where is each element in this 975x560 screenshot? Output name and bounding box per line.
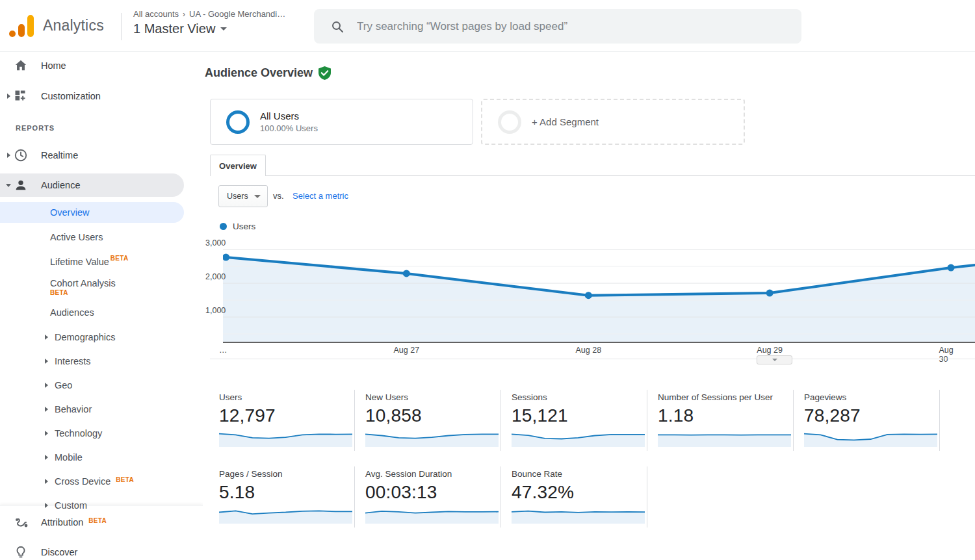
chart-legend: Users bbox=[220, 222, 255, 231]
metric-card-pageviews: Pageviews78,287 bbox=[794, 390, 940, 451]
chevron-right-icon bbox=[43, 383, 49, 388]
x-axis-tick-label: Aug 30 bbox=[939, 346, 963, 364]
legend-label: Users bbox=[233, 222, 255, 231]
sidebar-item-cross-device[interactable]: Cross DeviceBETA bbox=[0, 469, 203, 493]
sidebar-active-pill bbox=[0, 202, 184, 223]
metric-sparkline bbox=[365, 427, 499, 447]
sidebar-item-mobile[interactable]: Mobile bbox=[0, 445, 203, 469]
metric-card-sessions: Sessions15,121 bbox=[501, 390, 647, 451]
sidebar-item-label: Cohort Analysis bbox=[50, 278, 116, 288]
metric-value: 47.32% bbox=[512, 482, 647, 503]
metric-value: 00:03:13 bbox=[365, 482, 500, 503]
metric-value: 10,858 bbox=[365, 405, 500, 426]
metric-sparkline bbox=[512, 504, 645, 524]
metric-dropdown[interactable]: Users bbox=[218, 185, 268, 207]
clock-icon bbox=[14, 148, 28, 162]
metric-sparkline bbox=[365, 504, 499, 524]
sidebar-item-label: Audiences bbox=[50, 307, 94, 318]
sidebar-item-overview[interactable]: Overview bbox=[0, 200, 203, 225]
sidebar-items: HomeCustomizationREPORTSRealtimeAudience… bbox=[0, 52, 203, 517]
x-axis-tick-label: Aug 27 bbox=[393, 346, 419, 355]
tab-overview[interactable]: Overview bbox=[210, 155, 266, 176]
sidebar-bottom-section: AttributionBETADiscover bbox=[0, 505, 203, 560]
chart-collapse-button[interactable] bbox=[757, 355, 792, 364]
attribution-icon bbox=[14, 515, 28, 529]
sidebar-item-discover[interactable]: Discover bbox=[0, 537, 203, 560]
y-axis-tick-label: 3,000 bbox=[205, 238, 226, 249]
sidebar-item-demographics[interactable]: Demographics bbox=[0, 325, 203, 349]
metric-card-pages-session: Pages / Session5.18 bbox=[209, 466, 355, 528]
analytics-logo[interactable]: Analytics bbox=[8, 12, 104, 39]
sidebar-item-attribution[interactable]: AttributionBETA bbox=[0, 507, 203, 537]
sidebar-item-geo[interactable]: Geo bbox=[0, 373, 203, 397]
legend-dot-icon bbox=[220, 223, 227, 230]
sidebar-item-realtime[interactable]: Realtime bbox=[0, 142, 203, 169]
metric-sparkline bbox=[512, 427, 645, 447]
chevron-down-icon bbox=[220, 27, 227, 31]
metric-label: Bounce Rate bbox=[512, 469, 647, 479]
segment-all-users[interactable]: All Users 100.00% Users bbox=[210, 99, 473, 145]
chevron-down-icon bbox=[254, 195, 261, 198]
sidebar-item-lifetime-value[interactable]: Lifetime ValueBETA bbox=[0, 249, 203, 274]
sidebar-item-label: Custom bbox=[55, 500, 87, 511]
sidebar-item-label: Behavior bbox=[55, 404, 92, 414]
sidebar-item-active-users[interactable]: Active Users bbox=[0, 225, 203, 249]
search-input[interactable] bbox=[357, 20, 773, 33]
chart-bottom-divider bbox=[210, 359, 975, 359]
top-app-bar: Analytics All accounts › UA - Google Mer… bbox=[0, 0, 975, 52]
segment-ring-icon bbox=[226, 110, 250, 134]
sidebar-item-label: Customization bbox=[41, 91, 101, 101]
view-selector[interactable]: 1 Master View bbox=[133, 21, 285, 36]
sidebar-item-audiences[interactable]: Audiences bbox=[0, 300, 203, 325]
breadcrumb-all-accounts[interactable]: All accounts bbox=[133, 9, 179, 19]
google-analytics-app: { "colors": { "accent": "#1a73e8", "char… bbox=[0, 0, 975, 560]
sidebar-item-home[interactable]: Home bbox=[0, 52, 203, 79]
search-icon bbox=[331, 20, 344, 33]
sidebar-item-technology[interactable]: Technology bbox=[0, 421, 203, 445]
select-metric-link[interactable]: Select a metric bbox=[292, 191, 348, 201]
metric-card-new-users: New Users10,858 bbox=[355, 390, 501, 451]
metric-cards-row-2: Pages / Session5.18Avg. Session Duration… bbox=[209, 466, 647, 528]
chevron-right-icon bbox=[5, 153, 12, 158]
sidebar-item-label: Active Users bbox=[50, 232, 103, 242]
person-icon bbox=[14, 178, 28, 192]
sidebar-item-label: Technology bbox=[55, 428, 102, 439]
sidebar-item-label: Audience bbox=[41, 180, 80, 190]
chevron-down-icon bbox=[5, 184, 12, 187]
metric-label: New Users bbox=[365, 392, 500, 402]
sidebar-item-interests[interactable]: Interests bbox=[0, 349, 203, 373]
sidebar-item-customization[interactable]: Customization bbox=[0, 83, 203, 110]
add-segment-button[interactable]: + Add Segment bbox=[481, 99, 745, 145]
chevron-down-icon bbox=[772, 359, 777, 361]
app-name: Analytics bbox=[43, 17, 104, 34]
sidebar-section-reports-section: REPORTS bbox=[0, 118, 203, 138]
x-axis-tick-label: … bbox=[219, 346, 228, 355]
metric-cards-row-1: Users12,797New Users10,858Sessions15,121… bbox=[209, 390, 940, 451]
segment-percent: 100.00% Users bbox=[260, 123, 318, 133]
beta-badge: BETA bbox=[50, 289, 68, 296]
sidebar-item-label: Lifetime ValueBETA bbox=[50, 257, 129, 267]
sidebar-item-label: Home bbox=[41, 60, 66, 71]
metric-value: 15,121 bbox=[512, 405, 647, 426]
beta-badge: BETA bbox=[110, 255, 129, 262]
home-icon bbox=[14, 58, 28, 73]
sidebar-item-cohort-analysis[interactable]: Cohort AnalysisBETA bbox=[0, 274, 203, 300]
metric-card-avg-session-duration: Avg. Session Duration00:03:13 bbox=[355, 466, 501, 528]
x-axis-line bbox=[223, 342, 975, 344]
sidebar-nav: HomeCustomizationREPORTSRealtimeAudience… bbox=[0, 52, 203, 560]
metric-label: Users bbox=[219, 392, 354, 402]
account-breadcrumb-block[interactable]: All accounts › UA - Google Merchandi… 1 … bbox=[133, 9, 285, 36]
sidebar-item-label: Realtime bbox=[41, 150, 78, 160]
sidebar-item-behavior[interactable]: Behavior bbox=[0, 397, 203, 421]
breadcrumb-property[interactable]: UA - Google Merchandi… bbox=[189, 9, 285, 19]
metric-card-number-of-sessions-per-user: Number of Sessions per User1.18 bbox=[647, 390, 794, 451]
chevron-right-icon bbox=[43, 455, 49, 460]
sidebar-item-label: Mobile bbox=[55, 452, 83, 463]
metric-card-bounce-rate: Bounce Rate47.32% bbox=[501, 466, 647, 528]
panel-border bbox=[210, 175, 975, 176]
metric-label: Pages / Session bbox=[219, 469, 354, 479]
metric-label: Pageviews bbox=[804, 392, 939, 402]
segment-name: All Users bbox=[260, 110, 318, 121]
sidebar-item-audience[interactable]: Audience bbox=[0, 172, 203, 199]
search-bar[interactable] bbox=[314, 9, 801, 44]
